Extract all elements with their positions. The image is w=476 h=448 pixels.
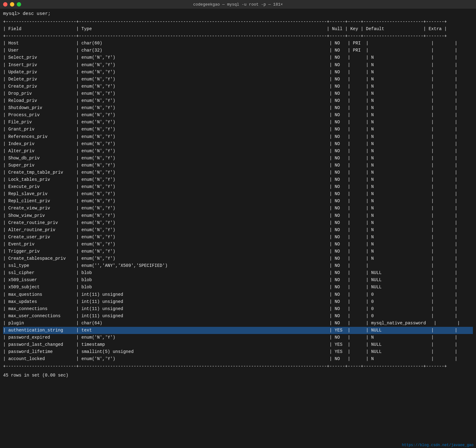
table-row: | max_updates | int(11) unsigned | NO | …: [3, 298, 473, 305]
table-row: | Reload_priv | enum('N','Y') | NO | | N…: [3, 97, 473, 104]
table-row: | password_lifetime | smallint(5) unsign…: [3, 348, 473, 355]
table-row: | Create_routine_priv | enum('N','Y') | …: [3, 219, 473, 226]
traffic-lights: [3, 2, 21, 7]
table-row: | x509_issuer | blob | NO | | NULL | |: [3, 277, 473, 284]
separator-header: +---------------------------+-----------…: [3, 33, 473, 40]
command-line: mysql> desc user;: [3, 11, 473, 16]
table-row: | authentication_string | text | YES | |…: [3, 327, 473, 334]
table-container: +---------------------------+-----------…: [3, 18, 473, 379]
table-header: | Field | Type | Null | Key | Default | …: [3, 25, 473, 33]
table-row: | ssl_cipher | blob | NO | | NULL | |: [3, 269, 473, 277]
url-bottom: https://blog.csdn.net/javaee_gao: [400, 442, 476, 448]
table-row: | password_last_changed | timestamp | YE…: [3, 341, 473, 348]
table-row: | max_user_connections | int(11) unsigne…: [3, 313, 473, 320]
table-row: | max_questions | int(11) unsigned | NO …: [3, 291, 473, 298]
table-row: | Show_db_priv | enum('N','Y') | NO | | …: [3, 155, 473, 162]
table-row: | Index_priv | enum('N','Y') | NO | | N …: [3, 140, 473, 148]
footer-line: 45 rows in set (0.00 sec): [3, 372, 473, 379]
table-row: | Alter_routine_priv | enum('N','Y') | N…: [3, 226, 473, 234]
separator-top: +---------------------------+-----------…: [3, 18, 473, 25]
table-row: | max_connections | int(11) unsigned | N…: [3, 305, 473, 313]
table-row: | Host | char(60) | NO | PRI | | |: [3, 40, 473, 47]
table-row: | Update_priv | enum('N','Y') | NO | | N…: [3, 69, 473, 76]
table-row: | User | char(32) | NO | PRI | | |: [3, 47, 473, 54]
table-row: | Lock_tables_priv | enum('N','Y') | NO …: [3, 176, 473, 183]
table-row: | Shutdown_priv | enum('N','Y') | NO | |…: [3, 104, 473, 112]
title-bar: codegeekgao — mysql -u root -p — 181×: [0, 0, 476, 9]
table-row: | Create_tmp_table_priv | enum('N','Y') …: [3, 169, 473, 176]
table-row: | Process_priv | enum('N','Y') | NO | | …: [3, 112, 473, 119]
table-row: | Delete_priv | enum('N','Y') | NO | | N…: [3, 76, 473, 83]
table-row: | Create_tablespace_priv | enum('N','Y')…: [3, 255, 473, 262]
table-row: | References_priv | enum('N','Y') | NO |…: [3, 133, 473, 140]
table-row: | Insert_priv | enum('N','Y') | NO | | N…: [3, 62, 473, 69]
table-row: | plugin | char(64) | NO | | mysql_nativ…: [3, 320, 473, 327]
table-row: | Alter_priv | enum('N','Y') | NO | | N …: [3, 148, 473, 155]
table-row: | ssl_type | enum('','ANY','X509','SPECI…: [3, 262, 473, 269]
table-row: | Create_view_priv | enum('N','Y') | NO …: [3, 205, 473, 212]
table-row: | Create_user_priv | enum('N','Y') | NO …: [3, 234, 473, 241]
table-row: | Super_priv | enum('N','Y') | NO | | N …: [3, 162, 473, 169]
table-row: | Show_view_priv | enum('N','Y') | NO | …: [3, 212, 473, 219]
table-row: | Event_priv | enum('N','Y') | NO | | N …: [3, 241, 473, 248]
maximize-button[interactable]: [17, 2, 21, 7]
table-row: | File_priv | enum('N','Y') | NO | | N |…: [3, 119, 473, 126]
table-row: | Repl_client_priv | enum('N','Y') | NO …: [3, 198, 473, 205]
table-row: | x509_subject | blob | NO | | NULL | |: [3, 284, 473, 291]
table-row: | Execute_priv | enum('N','Y') | NO | | …: [3, 183, 473, 190]
table-row: | Create_priv | enum('N','Y') | NO | | N…: [3, 83, 473, 90]
terminal: mysql> desc user; +---------------------…: [0, 9, 476, 448]
table-row: | Trigger_priv | enum('N','Y') | NO | | …: [3, 248, 473, 255]
table-row: | Select_priv | enum('N','Y') | NO | | N…: [3, 54, 473, 61]
close-button[interactable]: [3, 2, 7, 7]
table-row: | Drop_priv | enum('N','Y') | NO | | N |…: [3, 90, 473, 97]
table-row: | account_locked | enum('N','Y') | NO | …: [3, 355, 473, 363]
window-title: codegeekgao — mysql -u root -p — 181×: [193, 2, 283, 7]
table-row: | Grant_priv | enum('N','Y') | NO | | N …: [3, 126, 473, 133]
separator-bottom: +---------------------------+-----------…: [3, 363, 473, 370]
table-rows: | Host | char(60) | NO | PRI | | || User: [3, 40, 473, 363]
table-row: | Repl_slave_priv | enum('N','Y') | NO |…: [3, 190, 473, 198]
minimize-button[interactable]: [10, 2, 14, 7]
table-row: | password_expired | enum('N','Y') | NO …: [3, 334, 473, 341]
